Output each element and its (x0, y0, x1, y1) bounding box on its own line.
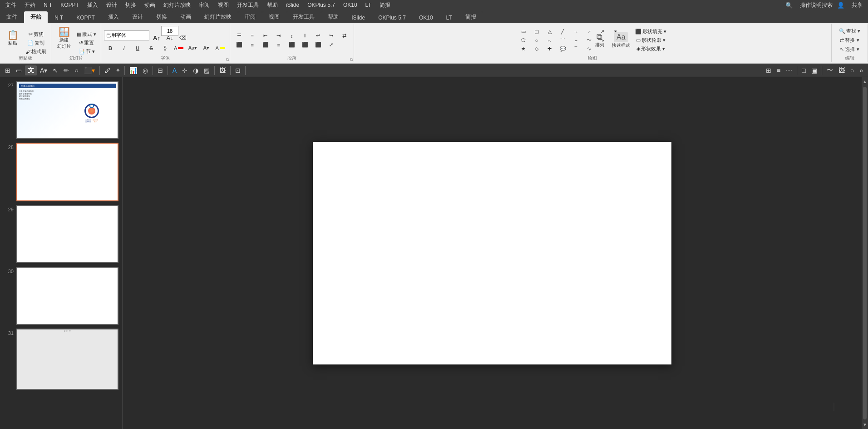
star-shape[interactable]: ★ (517, 45, 530, 53)
dt-color-fill-btn[interactable]: ⬛▾ (82, 66, 97, 75)
rounded-rect-shape[interactable]: ▢ (530, 28, 543, 36)
slide-canvas[interactable] (313, 142, 671, 364)
slide-item-27[interactable]: 27 年度总体目标 业务发展总体布局提升业务竞争力建设管理体系完善运营体系 (0, 79, 122, 141)
align-right-button[interactable]: ⬛ (259, 41, 272, 49)
tab-lt[interactable]: LT (440, 13, 459, 23)
trapezoid-shape[interactable]: ⏢ (543, 36, 556, 45)
bold-button[interactable]: B (104, 44, 117, 52)
dt-ring-btn[interactable]: ◎ (140, 66, 150, 75)
dt-square-btn[interactable]: □ (799, 66, 808, 75)
smart-art-button[interactable]: ⤢ (325, 41, 338, 49)
dt-cursor-btn[interactable]: ↖ (50, 66, 60, 75)
paste-button[interactable]: 📋 粘贴 (3, 25, 23, 52)
rect-shape[interactable]: ▭ (517, 28, 530, 36)
bullet-list-button[interactable]: ☰ (233, 32, 246, 40)
char-spacing-button[interactable]: Aa▾ (186, 44, 199, 52)
tab-help[interactable]: 帮助 (321, 11, 345, 23)
layout-button[interactable]: ▦版式 ▾ (75, 30, 98, 39)
convert-button[interactable]: ⇄ (338, 32, 351, 40)
text-direction-button[interactable]: ↩ (312, 32, 325, 40)
numbered-list-button[interactable]: ≡ (246, 32, 259, 40)
slide-thumb-30[interactable] (16, 267, 118, 325)
pentagon-shape[interactable]: ⬠ (517, 36, 530, 45)
menu-koppt[interactable]: KOPPT (57, 1, 83, 9)
align-middle-button[interactable]: ⬛ (299, 41, 311, 49)
menu-okplus[interactable]: OKPlus 5.7 (304, 1, 339, 9)
align-bottom-button[interactable]: ⬛ (312, 41, 325, 49)
font-effects-button[interactable]: A▾ (200, 44, 212, 52)
menu-ok10[interactable]: OK10 (340, 1, 361, 9)
scroll-down-arrow[interactable]: ▼ (862, 420, 868, 429)
font-grow-button[interactable]: A↑ (150, 34, 163, 42)
slide-thumb-27[interactable]: 年度总体目标 业务发展总体布局提升业务竞争力建设管理体系完善运营体系 (16, 81, 118, 139)
menu-share[interactable]: 共享 (848, 0, 866, 10)
menu-jianbao[interactable]: 简报 (376, 0, 394, 10)
menu-animation[interactable]: 动画 (141, 0, 159, 10)
increase-indent-button[interactable]: ⇥ (272, 32, 285, 40)
dt-wave-btn[interactable]: 〜 (824, 65, 835, 75)
menu-islide[interactable]: iSlide (282, 1, 303, 9)
slide-thumb-31[interactable]: 幻灯片 (16, 329, 118, 389)
select-button[interactable]: ↖选择 ▾ (838, 45, 861, 54)
tab-jianbao[interactable]: 简报 (459, 11, 483, 23)
line-spacing-button[interactable]: ↕ (286, 32, 298, 40)
tab-koppt[interactable]: KOPPT (70, 13, 101, 23)
dt-chart-btn[interactable]: 📊 (127, 66, 139, 75)
menu-insert[interactable]: 插入 (84, 0, 102, 10)
font-dialog-launcher[interactable]: ⧉ (226, 57, 229, 62)
quick-style-button[interactable]: Aa 快速样式 (610, 27, 632, 54)
scroll-track[interactable] (863, 87, 867, 419)
dt-textA-btn[interactable]: A▾ (38, 66, 49, 75)
cross-shape[interactable]: ✚ (543, 45, 556, 53)
slide-item-31[interactable]: 31 幻灯片 (0, 327, 122, 391)
dt-select2-btn[interactable]: ⌖ (114, 65, 122, 75)
dt-capture-btn[interactable]: ⊞ (764, 66, 774, 75)
shape-outline-button[interactable]: ▭形状轮廓 ▾ (633, 36, 668, 45)
diamond-shape[interactable]: ◇ (530, 45, 543, 53)
format-painter-button[interactable]: 🖌格式刷 (24, 48, 48, 56)
font-name-input[interactable] (104, 30, 149, 40)
clear-format-button[interactable]: ⌫ (177, 34, 189, 42)
cut-button[interactable]: ✂剪切 (24, 30, 48, 39)
callout-shape[interactable]: 💬 (557, 45, 569, 53)
dt-grid-btn[interactable]: ⊞ (3, 66, 13, 75)
menu-review[interactable]: 审阅 (195, 0, 213, 10)
menu-transition[interactable]: 切换 (122, 0, 140, 10)
menu-design[interactable]: 设计 (103, 0, 121, 10)
tab-review[interactable]: 审阅 (238, 11, 262, 23)
dt-pen-btn[interactable]: 🖊 (102, 66, 113, 75)
arrow-shape[interactable]: → (570, 28, 582, 36)
dt-Atext-btn[interactable]: A (170, 66, 179, 75)
tab-insert[interactable]: 插入 (102, 11, 125, 23)
font-color-button[interactable]: A (172, 44, 185, 52)
dt-more1-btn[interactable]: ⋯ (784, 66, 794, 75)
dt-table-btn[interactable]: ⊟ (155, 66, 165, 75)
tab-okplus[interactable]: OKPlus 5.7 (372, 13, 412, 23)
tab-view[interactable]: 视图 (262, 11, 286, 23)
reset-button[interactable]: ↺重置 (75, 39, 98, 47)
slides-panel[interactable]: 27 年度总体目标 业务发展总体布局提升业务竞争力建设管理体系完善运营体系 (0, 77, 123, 429)
columns-button[interactable]: ⫴ (299, 32, 311, 40)
align-center-button[interactable]: ≡ (246, 41, 259, 49)
dt-shapes-btn[interactable]: ⊹ (180, 66, 190, 75)
menu-nt[interactable]: N T (40, 1, 56, 9)
menu-help[interactable]: 帮助 (263, 0, 281, 10)
dt-text-btn[interactable]: 文 (25, 65, 37, 75)
tab-devtools[interactable]: 开发工具 (286, 11, 321, 23)
line-shape[interactable]: ╱ (557, 28, 569, 36)
right-scrollbar[interactable]: ▲ ▼ (862, 77, 868, 429)
custom-shape1[interactable]: ⌒ (570, 45, 582, 53)
dt-draw-btn[interactable]: ✏ (61, 66, 71, 75)
menu-slideshow[interactable]: 幻灯片放映 (160, 0, 194, 10)
shape-fill-button[interactable]: ⬛形状填充 ▾ (633, 28, 668, 36)
tab-transition[interactable]: 切换 (150, 11, 173, 23)
dt-opacity-btn[interactable]: ◑ (191, 66, 201, 75)
shadow-text-button[interactable]: S̤ (158, 44, 171, 52)
slide-item-30[interactable]: 30 (0, 265, 122, 327)
highlight-button[interactable]: A (213, 44, 227, 52)
replace-button[interactable]: ⇄替换 ▾ (838, 36, 861, 45)
curved-line[interactable]: ⌒ (557, 36, 569, 45)
decrease-indent-button[interactable]: ⇤ (259, 32, 272, 40)
section-button[interactable]: 📑节 ▾ (75, 48, 98, 56)
tab-nt[interactable]: N T (48, 13, 69, 23)
